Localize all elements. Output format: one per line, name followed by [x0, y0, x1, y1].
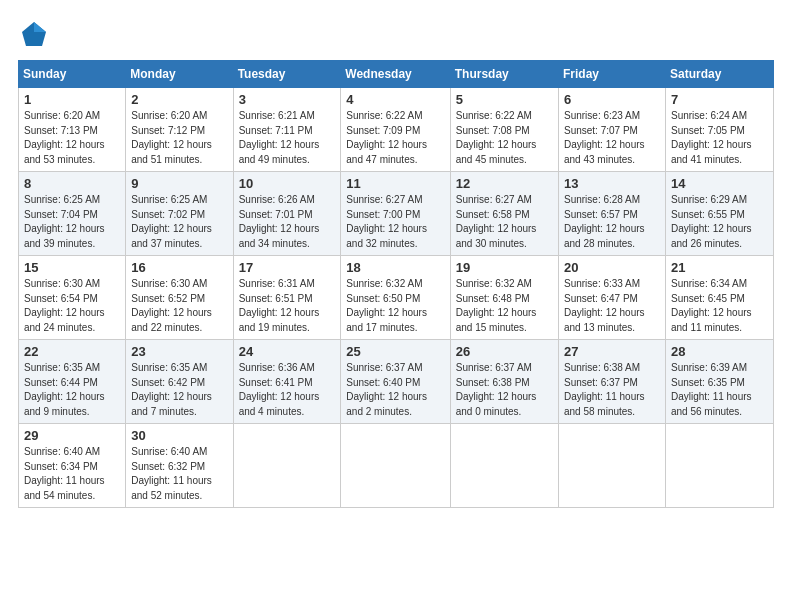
day-info: Sunrise: 6:34 AMSunset: 6:45 PMDaylight:… [671, 278, 752, 333]
day-number: 17 [239, 260, 336, 275]
day-header-saturday: Saturday [665, 61, 773, 88]
day-number: 16 [131, 260, 227, 275]
svg-marker-1 [34, 22, 46, 32]
day-info: Sunrise: 6:30 AMSunset: 6:52 PMDaylight:… [131, 278, 212, 333]
logo [18, 18, 54, 50]
calendar-cell: 8 Sunrise: 6:25 AMSunset: 7:04 PMDayligh… [19, 172, 126, 256]
day-info: Sunrise: 6:38 AMSunset: 6:37 PMDaylight:… [564, 362, 645, 417]
day-number: 23 [131, 344, 227, 359]
calendar-cell: 24 Sunrise: 6:36 AMSunset: 6:41 PMDaylig… [233, 340, 341, 424]
calendar-cell: 30 Sunrise: 6:40 AMSunset: 6:32 PMDaylig… [126, 424, 233, 508]
calendar-cell [665, 424, 773, 508]
calendar-cell: 13 Sunrise: 6:28 AMSunset: 6:57 PMDaylig… [558, 172, 665, 256]
day-number: 9 [131, 176, 227, 191]
day-info: Sunrise: 6:40 AMSunset: 6:34 PMDaylight:… [24, 446, 105, 501]
calendar-cell: 29 Sunrise: 6:40 AMSunset: 6:34 PMDaylig… [19, 424, 126, 508]
calendar-cell: 11 Sunrise: 6:27 AMSunset: 7:00 PMDaylig… [341, 172, 450, 256]
day-number: 30 [131, 428, 227, 443]
page: SundayMondayTuesdayWednesdayThursdayFrid… [0, 0, 792, 518]
calendar-week-row: 8 Sunrise: 6:25 AMSunset: 7:04 PMDayligh… [19, 172, 774, 256]
calendar-cell: 7 Sunrise: 6:24 AMSunset: 7:05 PMDayligh… [665, 88, 773, 172]
calendar-cell: 9 Sunrise: 6:25 AMSunset: 7:02 PMDayligh… [126, 172, 233, 256]
calendar-cell: 3 Sunrise: 6:21 AMSunset: 7:11 PMDayligh… [233, 88, 341, 172]
day-info: Sunrise: 6:32 AMSunset: 6:50 PMDaylight:… [346, 278, 427, 333]
calendar-cell [233, 424, 341, 508]
day-number: 15 [24, 260, 120, 275]
calendar-cell: 18 Sunrise: 6:32 AMSunset: 6:50 PMDaylig… [341, 256, 450, 340]
day-number: 11 [346, 176, 444, 191]
day-info: Sunrise: 6:20 AMSunset: 7:13 PMDaylight:… [24, 110, 105, 165]
calendar-body: 1 Sunrise: 6:20 AMSunset: 7:13 PMDayligh… [19, 88, 774, 508]
day-info: Sunrise: 6:22 AMSunset: 7:09 PMDaylight:… [346, 110, 427, 165]
day-info: Sunrise: 6:39 AMSunset: 6:35 PMDaylight:… [671, 362, 752, 417]
day-number: 8 [24, 176, 120, 191]
day-header-tuesday: Tuesday [233, 61, 341, 88]
calendar-cell: 14 Sunrise: 6:29 AMSunset: 6:55 PMDaylig… [665, 172, 773, 256]
day-info: Sunrise: 6:36 AMSunset: 6:41 PMDaylight:… [239, 362, 320, 417]
day-info: Sunrise: 6:27 AMSunset: 6:58 PMDaylight:… [456, 194, 537, 249]
day-info: Sunrise: 6:40 AMSunset: 6:32 PMDaylight:… [131, 446, 212, 501]
day-info: Sunrise: 6:32 AMSunset: 6:48 PMDaylight:… [456, 278, 537, 333]
day-number: 29 [24, 428, 120, 443]
day-header-monday: Monday [126, 61, 233, 88]
day-number: 2 [131, 92, 227, 107]
day-info: Sunrise: 6:24 AMSunset: 7:05 PMDaylight:… [671, 110, 752, 165]
day-info: Sunrise: 6:22 AMSunset: 7:08 PMDaylight:… [456, 110, 537, 165]
calendar-cell: 4 Sunrise: 6:22 AMSunset: 7:09 PMDayligh… [341, 88, 450, 172]
day-number: 13 [564, 176, 660, 191]
day-info: Sunrise: 6:25 AMSunset: 7:02 PMDaylight:… [131, 194, 212, 249]
header [18, 18, 774, 50]
day-number: 7 [671, 92, 768, 107]
calendar-cell: 12 Sunrise: 6:27 AMSunset: 6:58 PMDaylig… [450, 172, 558, 256]
day-info: Sunrise: 6:28 AMSunset: 6:57 PMDaylight:… [564, 194, 645, 249]
logo-icon [18, 18, 50, 50]
day-info: Sunrise: 6:31 AMSunset: 6:51 PMDaylight:… [239, 278, 320, 333]
calendar-cell: 20 Sunrise: 6:33 AMSunset: 6:47 PMDaylig… [558, 256, 665, 340]
calendar-cell: 15 Sunrise: 6:30 AMSunset: 6:54 PMDaylig… [19, 256, 126, 340]
day-number: 5 [456, 92, 553, 107]
day-info: Sunrise: 6:35 AMSunset: 6:42 PMDaylight:… [131, 362, 212, 417]
day-number: 10 [239, 176, 336, 191]
day-number: 27 [564, 344, 660, 359]
calendar-cell: 2 Sunrise: 6:20 AMSunset: 7:12 PMDayligh… [126, 88, 233, 172]
day-info: Sunrise: 6:20 AMSunset: 7:12 PMDaylight:… [131, 110, 212, 165]
day-number: 14 [671, 176, 768, 191]
calendar-week-row: 15 Sunrise: 6:30 AMSunset: 6:54 PMDaylig… [19, 256, 774, 340]
day-info: Sunrise: 6:30 AMSunset: 6:54 PMDaylight:… [24, 278, 105, 333]
calendar-week-row: 1 Sunrise: 6:20 AMSunset: 7:13 PMDayligh… [19, 88, 774, 172]
day-number: 21 [671, 260, 768, 275]
day-info: Sunrise: 6:29 AMSunset: 6:55 PMDaylight:… [671, 194, 752, 249]
day-header-thursday: Thursday [450, 61, 558, 88]
day-number: 25 [346, 344, 444, 359]
day-number: 24 [239, 344, 336, 359]
day-number: 18 [346, 260, 444, 275]
day-info: Sunrise: 6:35 AMSunset: 6:44 PMDaylight:… [24, 362, 105, 417]
day-info: Sunrise: 6:27 AMSunset: 7:00 PMDaylight:… [346, 194, 427, 249]
day-number: 26 [456, 344, 553, 359]
day-number: 6 [564, 92, 660, 107]
calendar-cell [450, 424, 558, 508]
day-number: 22 [24, 344, 120, 359]
day-header-wednesday: Wednesday [341, 61, 450, 88]
day-info: Sunrise: 6:21 AMSunset: 7:11 PMDaylight:… [239, 110, 320, 165]
calendar-cell: 28 Sunrise: 6:39 AMSunset: 6:35 PMDaylig… [665, 340, 773, 424]
calendar-cell: 5 Sunrise: 6:22 AMSunset: 7:08 PMDayligh… [450, 88, 558, 172]
day-info: Sunrise: 6:23 AMSunset: 7:07 PMDaylight:… [564, 110, 645, 165]
day-header-sunday: Sunday [19, 61, 126, 88]
calendar-cell: 26 Sunrise: 6:37 AMSunset: 6:38 PMDaylig… [450, 340, 558, 424]
calendar-header-row: SundayMondayTuesdayWednesdayThursdayFrid… [19, 61, 774, 88]
day-number: 28 [671, 344, 768, 359]
day-number: 19 [456, 260, 553, 275]
day-info: Sunrise: 6:37 AMSunset: 6:40 PMDaylight:… [346, 362, 427, 417]
day-number: 4 [346, 92, 444, 107]
day-info: Sunrise: 6:26 AMSunset: 7:01 PMDaylight:… [239, 194, 320, 249]
calendar-cell: 17 Sunrise: 6:31 AMSunset: 6:51 PMDaylig… [233, 256, 341, 340]
calendar-cell: 27 Sunrise: 6:38 AMSunset: 6:37 PMDaylig… [558, 340, 665, 424]
day-info: Sunrise: 6:37 AMSunset: 6:38 PMDaylight:… [456, 362, 537, 417]
day-header-friday: Friday [558, 61, 665, 88]
day-number: 20 [564, 260, 660, 275]
calendar-cell: 16 Sunrise: 6:30 AMSunset: 6:52 PMDaylig… [126, 256, 233, 340]
day-info: Sunrise: 6:33 AMSunset: 6:47 PMDaylight:… [564, 278, 645, 333]
calendar-cell: 25 Sunrise: 6:37 AMSunset: 6:40 PMDaylig… [341, 340, 450, 424]
calendar-cell: 19 Sunrise: 6:32 AMSunset: 6:48 PMDaylig… [450, 256, 558, 340]
